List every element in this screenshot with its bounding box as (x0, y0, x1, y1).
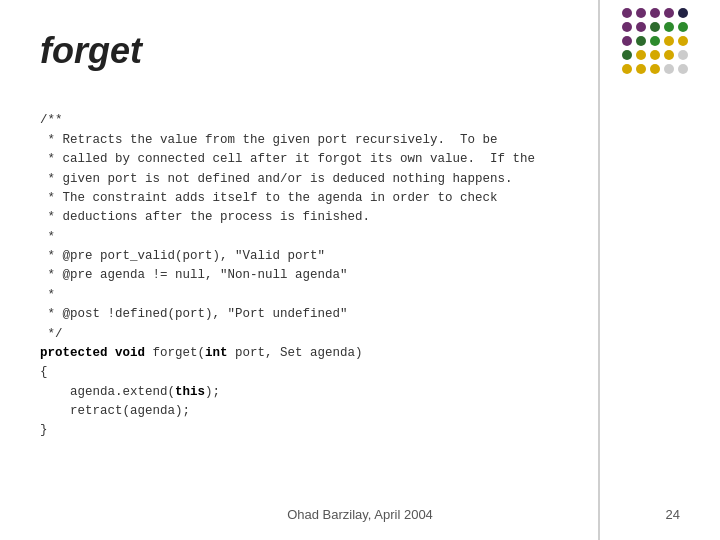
dot-5 (622, 22, 632, 32)
dot-2 (650, 8, 660, 18)
dot-13 (664, 36, 674, 46)
dot-12 (650, 36, 660, 46)
dot-17 (650, 50, 660, 60)
code-line-10: * (40, 288, 55, 302)
dot-11 (636, 36, 646, 46)
dot-14 (678, 36, 688, 46)
dot-23 (664, 64, 674, 74)
page-number: 24 (666, 507, 680, 522)
dot-20 (622, 64, 632, 74)
footer: Ohad Barzilay, April 2004 (0, 507, 720, 522)
dot-3 (664, 8, 674, 18)
dot-19 (678, 50, 688, 60)
dot-0 (622, 8, 632, 18)
dot-7 (650, 22, 660, 32)
code-line-4: * given port is not defined and/or is de… (40, 172, 513, 186)
code-line-8: * @pre port_valid(port), "Valid port" (40, 249, 325, 263)
code-line-17: } (40, 423, 48, 437)
code-block: /** * Retracts the value from the given … (40, 92, 680, 460)
code-line-9: * @pre agenda != null, "Non-null agenda" (40, 268, 348, 282)
dot-4 (678, 8, 688, 18)
code-line-6: * deductions after the process is finish… (40, 210, 370, 224)
slide: forget /** * Retracts the value from the… (0, 0, 720, 540)
dot-18 (664, 50, 674, 60)
code-line-3: * called by connected cell after it forg… (40, 152, 535, 166)
dot-22 (650, 64, 660, 74)
dot-8 (664, 22, 674, 32)
footer-text: Ohad Barzilay, April 2004 (287, 507, 433, 522)
dot-24 (678, 64, 688, 74)
dot-grid (622, 8, 690, 76)
dot-15 (622, 50, 632, 60)
code-line-11: * @post !defined(port), "Port undefined" (40, 307, 348, 321)
code-line-13: protected void forget(int port, Set agen… (40, 346, 363, 360)
dot-21 (636, 64, 646, 74)
code-line-7: * (40, 230, 55, 244)
code-line-2: * Retracts the value from the given port… (40, 133, 498, 147)
dot-10 (622, 36, 632, 46)
slide-title: forget (40, 30, 680, 72)
dot-6 (636, 22, 646, 32)
dot-1 (636, 8, 646, 18)
dot-9 (678, 22, 688, 32)
code-line-16: retract(agenda); (40, 404, 190, 418)
code-line-15: agenda.extend(this); (40, 385, 220, 399)
code-line-5: * The constraint adds itself to the agen… (40, 191, 498, 205)
code-line-12: */ (40, 327, 63, 341)
code-line-14: { (40, 365, 48, 379)
code-line-1: /** (40, 113, 63, 127)
separator-line (598, 0, 600, 540)
dot-16 (636, 50, 646, 60)
